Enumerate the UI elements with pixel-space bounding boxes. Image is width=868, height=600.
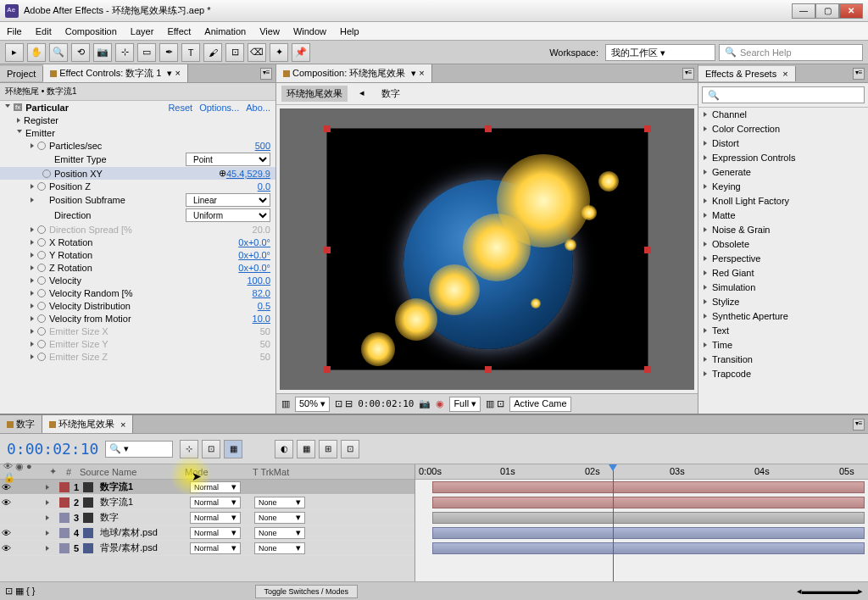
timeline-ruler[interactable]: 0:00s 01s 02s 03s 04s 05s xyxy=(415,464,868,480)
tl-btn-7[interactable]: ⊡ xyxy=(341,440,359,458)
eraser-tool[interactable]: ⌫ xyxy=(248,43,266,62)
menu-effect[interactable]: Effect xyxy=(167,26,191,36)
resolution-select[interactable]: Full ▾ xyxy=(449,397,481,412)
view-select[interactable]: Active Came xyxy=(509,397,570,412)
position-z-value[interactable]: 0.0 xyxy=(258,181,270,192)
preset-category[interactable]: Channel xyxy=(698,108,868,122)
timeline-search[interactable]: 🔍 ▾ xyxy=(105,441,173,458)
layer-bar[interactable] xyxy=(432,481,865,493)
effect-name[interactable]: Particular xyxy=(25,103,161,113)
tl-btn-2[interactable]: ⊡ xyxy=(202,440,220,458)
panel-menu-icon[interactable]: ▾≡ xyxy=(260,68,272,80)
pen-tool[interactable]: ✒ xyxy=(159,43,178,62)
comp-subtab-main[interactable]: 环绕拖尾效果 xyxy=(281,86,348,102)
velocity-value[interactable]: 100.0 xyxy=(247,275,270,286)
panel-menu-icon[interactable]: ▾≡ xyxy=(853,419,865,431)
composition-tab[interactable]: Composition: 环绕拖尾效果▾ × xyxy=(276,64,432,82)
preset-category[interactable]: Generate xyxy=(698,165,868,180)
preset-category[interactable]: Keying xyxy=(698,180,868,194)
minimize-button[interactable]: — xyxy=(792,3,815,19)
stopwatch-icon[interactable] xyxy=(37,251,46,259)
pos-subframe-select[interactable]: Linear xyxy=(186,193,270,207)
preset-category[interactable]: Text xyxy=(698,324,868,338)
about-link[interactable]: Abo... xyxy=(246,103,270,113)
tl-btn-1[interactable]: ⊹ xyxy=(180,440,198,458)
timeline-layer-row[interactable]: 👁4地球/素材.psdNormal ▾None ▾ xyxy=(0,525,415,541)
puppet-tool[interactable]: 📌 xyxy=(292,43,310,62)
hand-tool[interactable]: ✋ xyxy=(27,43,46,62)
preset-category[interactable]: Color Correction xyxy=(698,122,868,136)
camera-icon[interactable]: 📷 xyxy=(419,398,431,409)
emitter-type-select[interactable]: Point xyxy=(186,153,270,166)
preset-category[interactable]: Simulation xyxy=(698,281,868,295)
layer-bar[interactable] xyxy=(432,542,865,554)
stopwatch-icon[interactable] xyxy=(37,302,46,310)
stopwatch-icon[interactable] xyxy=(37,276,46,285)
timeline-layer-row[interactable]: 👁5背景/素材.psdNormal ▾None ▾ xyxy=(0,541,415,556)
tl-btn-5[interactable]: ▦ xyxy=(297,440,315,458)
timeline-tab-1[interactable]: 数字 xyxy=(0,415,42,433)
preset-category[interactable]: Knoll Light Factory xyxy=(698,194,868,208)
particles-sec-value[interactable]: 500 xyxy=(255,141,270,151)
y-rotation-value[interactable]: 0x+0.0° xyxy=(238,250,270,260)
direction-select[interactable]: Uniform xyxy=(186,208,270,222)
menu-composition[interactable]: Composition xyxy=(65,26,117,36)
timeline-layer-row[interactable]: 👁1数字流1Normal ▾ xyxy=(0,480,415,495)
rect-tool[interactable]: ▭ xyxy=(137,43,156,62)
stopwatch-icon[interactable] xyxy=(37,238,46,247)
preset-search-input[interactable]: 🔍 xyxy=(702,86,865,103)
emitter-group[interactable]: Emitter xyxy=(25,128,55,138)
stopwatch-icon[interactable] xyxy=(37,142,46,150)
menu-edit[interactable]: Edit xyxy=(36,26,52,36)
preset-category[interactable]: Red Giant xyxy=(698,266,868,281)
composition-viewer[interactable] xyxy=(280,108,694,390)
project-tab[interactable]: Project xyxy=(0,66,43,81)
stopwatch-icon[interactable] xyxy=(37,314,46,323)
tl-btn-3[interactable]: ▦ xyxy=(224,440,242,458)
preset-category[interactable]: Perspective xyxy=(698,252,868,266)
layer-bar[interactable] xyxy=(432,527,865,539)
tl-btn-4[interactable]: ◐ xyxy=(275,440,293,458)
search-help-input[interactable]: 🔍 Search Help xyxy=(719,44,863,61)
playhead[interactable] xyxy=(613,464,614,581)
menu-layer[interactable]: Layer xyxy=(131,26,154,36)
vel-random-value[interactable]: 82.0 xyxy=(253,288,270,298)
vel-motion-value[interactable]: 10.0 xyxy=(253,314,270,324)
camera-tool[interactable]: 📷 xyxy=(93,43,112,62)
selection-tool[interactable]: ▸ xyxy=(5,43,24,62)
rotate-tool[interactable]: ⟲ xyxy=(71,43,90,62)
layer-bar[interactable] xyxy=(432,512,865,524)
menu-view[interactable]: View xyxy=(259,26,280,36)
stopwatch-icon[interactable] xyxy=(37,289,46,297)
preset-category[interactable]: Transition xyxy=(698,353,868,367)
vel-dist-value[interactable]: 0.5 xyxy=(258,301,270,311)
maximize-button[interactable]: ▢ xyxy=(815,3,839,19)
register-group[interactable]: Register xyxy=(24,115,58,125)
menu-animation[interactable]: Animation xyxy=(204,26,246,36)
stopwatch-icon[interactable] xyxy=(42,169,51,178)
preset-category[interactable]: Matte xyxy=(698,208,868,223)
tl-btn-6[interactable]: ⊞ xyxy=(319,440,337,458)
workspace-select[interactable]: 我的工作区 ▾ xyxy=(605,44,715,61)
preset-category[interactable]: Expression Controls xyxy=(698,151,868,165)
menu-file[interactable]: File xyxy=(7,26,22,36)
menu-window[interactable]: Window xyxy=(293,26,326,36)
toggle-switches-button[interactable]: Toggle Switches / Modes xyxy=(255,585,359,598)
z-rotation-value[interactable]: 0x+0.0° xyxy=(238,263,270,273)
close-button[interactable]: ✕ xyxy=(839,3,863,19)
options-link[interactable]: Options... xyxy=(199,103,239,113)
roto-tool[interactable]: ✦ xyxy=(270,43,288,62)
brush-tool[interactable]: 🖌 xyxy=(203,43,222,62)
stopwatch-icon[interactable] xyxy=(37,182,46,191)
anchor-tool[interactable]: ⊹ xyxy=(115,43,134,62)
zoom-tool[interactable]: 🔍 xyxy=(49,43,68,62)
reset-link[interactable]: Reset xyxy=(168,103,192,113)
panel-menu-icon[interactable]: ▾≡ xyxy=(853,68,865,80)
comp-subtab-secondary[interactable]: 数字 xyxy=(376,86,405,102)
preset-category[interactable]: Stylize xyxy=(698,295,868,309)
preset-category[interactable]: Time xyxy=(698,338,868,353)
effects-presets-tab[interactable]: Effects & Presets× xyxy=(698,66,796,81)
layer-bar[interactable] xyxy=(432,497,865,508)
preset-category[interactable]: Distort xyxy=(698,136,868,151)
timeline-layer-row[interactable]: 3数字Normal ▾None ▾ xyxy=(0,510,415,525)
